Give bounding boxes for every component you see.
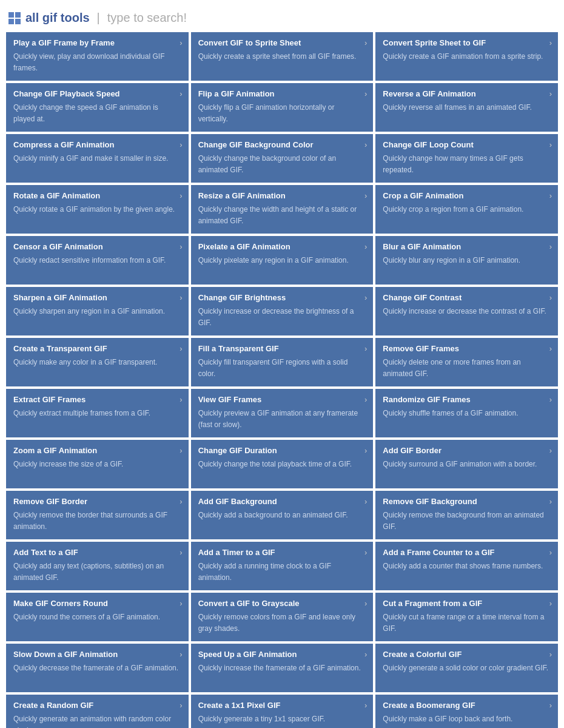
tool-card-title: Rotate a GIF Animation [13,191,181,200]
tool-card-title: Create a Colorful GIF [383,650,551,659]
tool-card-title: Convert Sprite Sheet to GIF [383,38,551,47]
tool-card-title: Speed Up a GIF Animation [198,650,366,659]
tool-card[interactable]: ›Randomize GIF FramesQuickly shuffle fra… [375,389,558,437]
tool-card-desc: Quickly generate a tiny 1x1 spacer GIF. [198,715,325,723]
tool-card[interactable]: ›Change GIF DurationQuickly change the t… [191,440,374,488]
tool-card[interactable]: ›Make GIF Corners RoundQuickly round the… [6,593,189,641]
arrow-icon: › [364,548,367,557]
tool-card-title: Add GIF Background [198,497,366,506]
tool-card-title: Slow Down a GIF Animation [13,650,181,659]
tool-card-title: Compress a GIF Animation [13,140,181,149]
tool-card[interactable]: ›Remove GIF FramesQuickly delete one or … [375,338,558,386]
tool-card-title: Change GIF Playback Speed [13,89,181,98]
tool-card[interactable]: ›Create a Boomerang GIFQuickly make a GI… [375,695,558,728]
tool-card[interactable]: ›Compress a GIF AnimationQuickly minify … [6,134,189,183]
tool-card[interactable]: ›Change GIF Background ColorQuickly chan… [191,134,374,183]
arrow-icon: › [549,293,552,302]
tool-card-desc: Quickly decrease the framerate of a GIF … [13,664,178,672]
tool-card[interactable]: ›Zoom a GIF AnimationQuickly increase th… [6,440,189,488]
header-separator: | [97,11,100,25]
tool-card[interactable]: ›Blur a GIF AnimationQuickly blur any re… [375,236,558,285]
tool-card[interactable]: ›Rotate a GIF AnimationQuickly rotate a … [6,185,189,234]
arrow-icon: › [549,497,552,506]
tool-card-title: Change GIF Loop Count [383,140,551,149]
tool-card-title: Convert GIF to Sprite Sheet [198,38,366,47]
tool-card[interactable]: ›Add a Timer to a GIFQuickly add a runni… [191,542,374,590]
tool-card[interactable]: ›Remove GIF BorderQuickly remove the bor… [6,491,189,539]
arrow-icon: › [549,38,552,47]
tool-card[interactable]: ›Fill a Transparent GIFQuickly fill tran… [191,338,374,386]
tool-card[interactable]: ›Create a Transparent GIFQuickly make an… [6,338,189,386]
tool-card-title: Add Text to a GIF [13,548,181,557]
tool-card[interactable]: ›Speed Up a GIF AnimationQuickly increas… [191,644,374,692]
tool-card[interactable]: ›View GIF FramesQuickly preview a GIF an… [191,389,374,437]
tool-card-desc: Quickly create a sprite sheet from all G… [198,52,357,61]
tool-card-title: Reverse a GIF Animation [383,89,551,98]
tool-card-desc: Quickly generate an animation with rando… [13,715,171,728]
tool-card-desc: Quickly crop a region from a GIF animati… [383,205,523,214]
arrow-icon: › [364,395,367,404]
tool-card[interactable]: ›Convert Sprite Sheet to GIFQuickly crea… [375,32,558,81]
tool-card-desc: Quickly generate a solid color or color … [383,664,548,672]
tool-card[interactable]: ›Convert a GIF to GrayscaleQuickly remov… [191,593,374,641]
tool-card[interactable]: ›Change GIF ContrastQuickly increase or … [375,287,558,335]
tool-card[interactable]: ›Convert GIF to Sprite SheetQuickly crea… [191,32,374,81]
tool-card[interactable]: ›Add a Frame Counter to a GIFQuickly add… [375,542,558,590]
tool-card[interactable]: ›Play a GIF Frame by FrameQuickly view, … [6,32,189,81]
arrow-icon: › [549,242,552,251]
arrow-icon: › [549,446,552,455]
tool-card-title: Add a Timer to a GIF [198,548,366,557]
tool-card[interactable]: ›Create a Random GIFQuickly generate an … [6,695,189,728]
tool-card-desc: Quickly fill transparent GIF regions wit… [198,358,348,378]
tool-card-desc: Quickly round the corners of a GIF anima… [13,613,160,621]
tool-card[interactable]: ›Censor a GIF AnimationQuickly redact se… [6,236,189,285]
tool-card-desc: Quickly add a background to an animated … [198,511,348,519]
arrow-icon: › [180,242,182,251]
tool-card[interactable]: ›Pixelate a GIF AnimationQuickly pixelat… [191,236,374,285]
tool-card-title: Cut a Fragment from a GIF [383,599,551,608]
search-hint[interactable]: type to search! [107,11,187,25]
tool-card-desc: Quickly rotate a GIF animation by the gi… [13,205,175,214]
tool-card-title: Add GIF Border [383,446,551,455]
tool-card[interactable]: ›Add Text to a GIFQuickly add any text (… [6,542,189,590]
tool-card[interactable]: ›Add GIF BackgroundQuickly add a backgro… [191,491,374,539]
arrow-icon: › [364,344,367,353]
tool-card[interactable]: ›Create a 1x1 Pixel GIFQuickly generate … [191,695,374,728]
tool-card-desc: Quickly view, play and download individu… [13,52,164,72]
tool-card[interactable]: ›Resize a GIF AnimationQuickly change th… [191,185,374,234]
tool-card[interactable]: ›Add GIF BorderQuickly surround a GIF an… [375,440,558,488]
tool-card-title: Sharpen a GIF Animation [13,293,181,302]
tool-card-title: Censor a GIF Animation [13,242,181,251]
tool-card[interactable]: ›Change GIF Playback SpeedQuickly change… [6,83,189,132]
arrow-icon: › [364,701,367,710]
tool-card[interactable]: ›Change GIF BrightnessQuickly increase o… [191,287,374,335]
arrow-icon: › [364,446,367,455]
grid-icon [8,12,21,24]
arrow-icon: › [364,242,367,251]
tool-card[interactable]: ›Reverse a GIF AnimationQuickly reverse … [375,83,558,132]
tool-card[interactable]: ›Cut a Fragment from a GIFQuickly cut a … [375,593,558,641]
tool-card[interactable]: ›Crop a GIF AnimationQuickly crop a regi… [375,185,558,234]
tool-card[interactable]: ›Change GIF Loop CountQuickly change how… [375,134,558,183]
tool-card-desc: Quickly delete one or more frames from a… [383,358,520,378]
tool-card[interactable]: ›Flip a GIF AnimationQuickly flip a GIF … [191,83,374,132]
arrow-icon: › [180,293,182,302]
tool-card-desc: Quickly change the speed a GIF animation… [13,103,158,123]
tool-card-desc: Quickly add a counter that shows frame n… [383,562,543,570]
tool-card[interactable]: ›Slow Down a GIF AnimationQuickly decrea… [6,644,189,692]
tool-card[interactable]: ›Sharpen a GIF AnimationQuickly sharpen … [6,287,189,335]
tool-card-title: Fill a Transparent GIF [198,344,366,353]
tool-card[interactable]: ›Remove GIF BackgroundQuickly remove the… [375,491,558,539]
tool-card-title: Create a Random GIF [13,701,181,710]
tool-card[interactable]: ›Extract GIF FramesQuickly extract multi… [6,389,189,437]
arrow-icon: › [180,140,182,149]
tool-card-desc: Quickly flip a GIF animation horizontall… [198,103,335,123]
tool-card-desc: Quickly blur any region in a GIF animati… [383,256,520,265]
tool-card[interactable]: ›Create a Colorful GIFQuickly generate a… [375,644,558,692]
tool-card-title: Change GIF Brightness [198,293,366,302]
tool-card-desc: Quickly create a GIF animation from a sp… [383,52,543,61]
tool-card-desc: Quickly add a running time clock to a GI… [198,562,331,582]
tool-card-title: View GIF Frames [198,395,366,404]
tool-card-title: Flip a GIF Animation [198,89,366,98]
tool-card-desc: Quickly remove the background from an an… [383,511,543,531]
